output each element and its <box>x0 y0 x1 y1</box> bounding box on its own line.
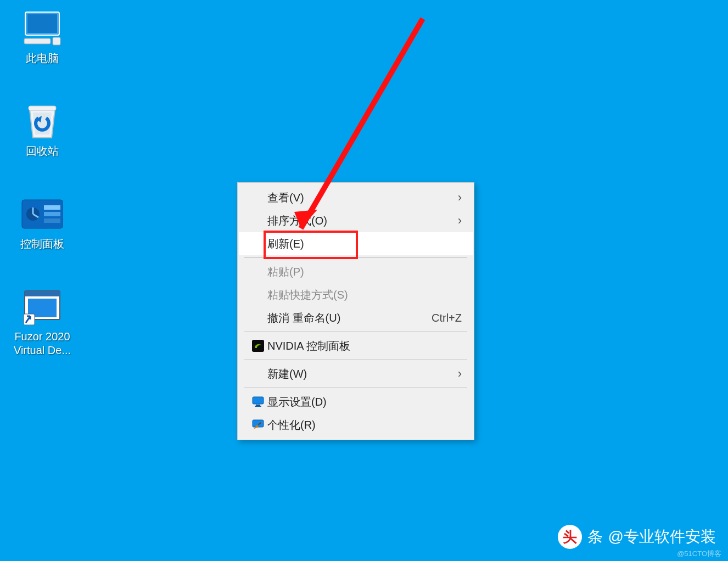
menu-label: 显示设置(D) <box>267 395 462 409</box>
app-shortcut-icon <box>20 288 64 326</box>
menu-item-personalize[interactable]: 个性化(R) <box>239 413 473 436</box>
desktop[interactable]: 此电脑 回收站 <box>0 0 728 561</box>
menu-separator <box>244 360 467 360</box>
svg-rect-5 <box>29 106 56 110</box>
attribution-footer: 头 条 @专业软件安装 <box>558 525 716 549</box>
menu-item-sort[interactable]: 排序方式(O) › <box>239 209 473 232</box>
menu-label: 排序方式(O) <box>267 214 458 228</box>
icon-label: Fuzor 2020 Virtual De... <box>7 330 78 357</box>
svg-rect-9 <box>44 212 60 216</box>
svg-rect-3 <box>53 37 60 45</box>
svg-rect-15 <box>252 340 264 352</box>
desktop-icon-this-pc[interactable]: 此电脑 <box>7 10 78 65</box>
menu-separator <box>244 257 467 258</box>
icon-label: 此电脑 <box>26 52 59 65</box>
menu-label: 撤消 重命名(U) <box>267 311 432 326</box>
desktop-icons-column: 此电脑 回收站 <box>7 10 78 357</box>
menu-item-new[interactable]: 新建(W) › <box>239 362 473 385</box>
chevron-right-icon: › <box>458 214 462 228</box>
desktop-context-menu: 查看(V) › 排序方式(O) › 刷新(E) 粘贴(P) 粘贴快捷方式(S) … <box>237 182 474 440</box>
menu-item-view[interactable]: 查看(V) › <box>239 186 473 209</box>
icon-label: 控制面板 <box>20 237 64 251</box>
menu-item-undo-rename[interactable]: 撤消 重命名(U) Ctrl+Z <box>239 306 473 329</box>
svg-rect-16 <box>253 397 264 404</box>
recycle-bin-icon <box>20 103 64 140</box>
menu-separator <box>244 388 467 388</box>
menu-separator <box>244 332 467 332</box>
nvidia-icon <box>249 340 267 352</box>
menu-label: 粘贴快捷方式(S) <box>267 288 462 302</box>
svg-rect-12 <box>25 291 60 296</box>
svg-rect-17 <box>256 405 260 406</box>
toutiao-badge-icon: 头 <box>558 525 582 549</box>
menu-label: 刷新(E) <box>267 237 462 251</box>
control-panel-icon <box>20 195 64 233</box>
menu-item-refresh[interactable]: 刷新(E) <box>239 232 473 255</box>
menu-label: 个性化(R) <box>267 418 462 433</box>
desktop-icon-control-panel[interactable]: 控制面板 <box>7 195 78 251</box>
attribution-account: @专业软件安装 <box>608 526 716 547</box>
menu-label: NVIDIA 控制面板 <box>267 339 462 354</box>
display-icon <box>249 396 267 407</box>
svg-rect-10 <box>44 218 60 223</box>
menu-item-paste-shortcut: 粘贴快捷方式(S) <box>239 283 473 306</box>
svg-rect-2 <box>24 38 51 44</box>
watermark: @51CTO博客 <box>677 549 721 559</box>
chevron-right-icon: › <box>458 367 462 381</box>
desktop-icon-fuzor-shortcut[interactable]: Fuzor 2020 Virtual De... <box>7 288 78 357</box>
personalize-icon <box>249 419 267 430</box>
computer-icon <box>20 10 64 47</box>
svg-rect-1 <box>27 14 57 33</box>
shortcut-text: Ctrl+Z <box>432 312 462 324</box>
menu-label: 查看(V) <box>267 190 458 205</box>
icon-label: 回收站 <box>26 144 59 158</box>
menu-item-display-settings[interactable]: 显示设置(D) <box>239 390 473 413</box>
menu-item-nvidia-control-panel[interactable]: NVIDIA 控制面板 <box>239 334 473 357</box>
menu-label: 粘贴(P) <box>267 265 462 279</box>
chevron-right-icon: › <box>458 190 462 205</box>
svg-rect-18 <box>255 406 261 407</box>
menu-label: 新建(W) <box>267 367 458 382</box>
desktop-icon-recycle-bin[interactable]: 回收站 <box>7 103 78 158</box>
attribution-prefix: 条 <box>587 526 603 547</box>
menu-item-paste: 粘贴(P) <box>239 260 473 283</box>
svg-rect-8 <box>44 205 60 210</box>
